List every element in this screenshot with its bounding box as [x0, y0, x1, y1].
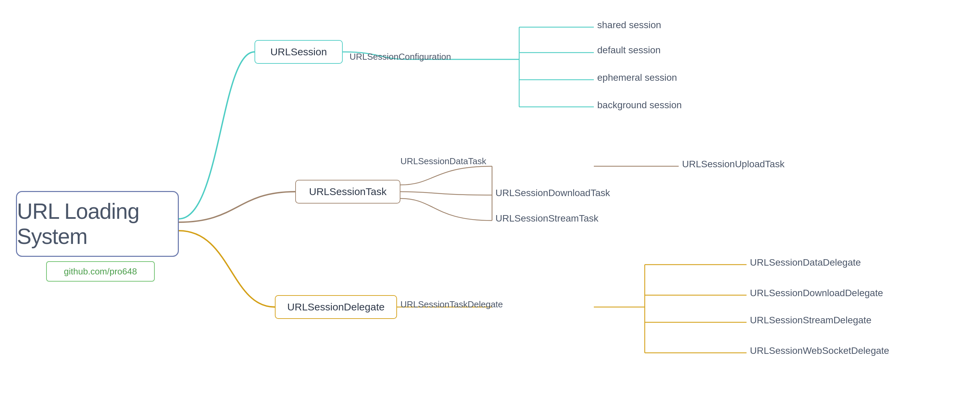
download-delegate-leaf: URLSessionDownloadDelegate	[750, 288, 883, 299]
ephemeral-session-leaf: ephemeral session	[597, 72, 677, 83]
urlsessiondelegate-node: URLSessionDelegate	[275, 295, 397, 319]
websocket-delegate-leaf: URLSessionWebSocketDelegate	[750, 345, 889, 356]
default-session-leaf: default session	[597, 45, 661, 56]
stream-task-leaf: URLSessionStreamTask	[495, 213, 598, 224]
urlsession-node: URLSession	[255, 40, 343, 64]
urlsessiondelegate-label: URLSessionDelegate	[287, 301, 385, 313]
urlsession-label: URLSession	[270, 46, 327, 58]
urlsessiontask-label: URLSessionTask	[309, 186, 387, 197]
data-task-label: URLSessionDataTask	[401, 156, 486, 167]
urlsessiontask-node: URLSessionTask	[295, 180, 401, 204]
stream-delegate-leaf: URLSessionStreamDelegate	[750, 315, 872, 326]
data-delegate-leaf: URLSessionDataDelegate	[750, 257, 861, 268]
github-label: github.com/pro648	[64, 266, 137, 277]
session-config-label: URLSessionConfiguration	[350, 52, 451, 62]
download-task-leaf: URLSessionDownloadTask	[495, 188, 610, 199]
upload-task-leaf: URLSessionUploadTask	[682, 159, 784, 170]
session-task-delegate-label: URLSessionTaskDelegate	[401, 299, 503, 310]
github-node[interactable]: github.com/pro648	[46, 261, 155, 282]
shared-session-leaf: shared session	[597, 20, 661, 30]
main-title: URL Loading System	[17, 199, 178, 249]
background-session-leaf: background session	[597, 100, 682, 111]
main-node: URL Loading System	[16, 191, 179, 257]
